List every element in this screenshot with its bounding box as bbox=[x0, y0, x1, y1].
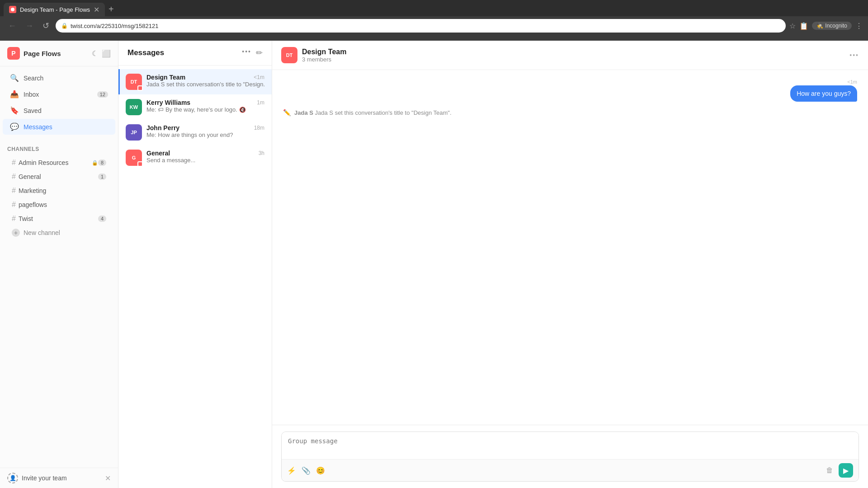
mute-icon-kerry: 🔇 bbox=[239, 107, 246, 113]
channel-twist[interactable]: # Twist 4 bbox=[7, 212, 111, 225]
hash-icon-twist: # bbox=[12, 215, 16, 223]
sidebar-item-search[interactable]: 🔍 Search bbox=[3, 70, 115, 86]
message-item-design-team[interactable]: DT Design Team <1m Jada S set this conve… bbox=[118, 69, 272, 94]
lock-icon: 🔒 bbox=[61, 23, 68, 29]
chat-members-count: 3 members bbox=[302, 56, 849, 63]
saved-label: Saved bbox=[24, 107, 42, 114]
channel-name-general: General bbox=[19, 173, 98, 180]
channel-pageflows[interactable]: # pageflows bbox=[7, 198, 111, 211]
message-item-john[interactable]: JP John Perry 18m Me: How are things on … bbox=[118, 120, 272, 145]
outgoing-message-text: How are you guys? bbox=[797, 90, 851, 97]
sidebar-item-saved[interactable]: 🔖 Saved bbox=[3, 103, 115, 118]
chat-messages: <1m How are you guys? ✏️ Jada S Jada S s… bbox=[272, 70, 868, 425]
lock-icon-admin: 🔒 bbox=[92, 160, 98, 166]
avatar-general-msg: G bbox=[126, 150, 142, 166]
message-sender-design-team: Design Team bbox=[146, 74, 252, 81]
chat-input-toolbar: ⚡ 📎 😊 🗑 ▶ bbox=[282, 459, 859, 481]
inbox-badge: 12 bbox=[97, 91, 108, 98]
new-channel-button[interactable]: + New channel bbox=[7, 226, 111, 239]
invite-label[interactable]: Invite your team bbox=[22, 474, 105, 482]
hash-icon-general: # bbox=[12, 173, 16, 181]
attachment-icon[interactable]: 📎 bbox=[302, 466, 311, 475]
message-time-general: 3h bbox=[259, 150, 264, 156]
messages-panel: Messages ••• ✏ DT Design Team <1m bbox=[118, 41, 272, 488]
active-tab[interactable]: Design Team - Page Flows ✕ bbox=[4, 3, 105, 16]
chat-input-box: ⚡ 📎 😊 🗑 ▶ bbox=[281, 432, 859, 482]
messages-header: Messages ••• ✏ bbox=[118, 41, 272, 66]
chat-header-dots[interactable]: ••• bbox=[849, 52, 859, 59]
emoji-icon[interactable]: 😊 bbox=[316, 466, 325, 475]
workspace-icon: P bbox=[7, 47, 20, 60]
tab-close-button[interactable]: ✕ bbox=[94, 5, 99, 14]
invite-close-button[interactable]: ✕ bbox=[105, 474, 111, 483]
channels-section: Channels # Admin Resources 🔒 8 # General… bbox=[0, 139, 118, 244]
twist-badge: 4 bbox=[98, 216, 106, 222]
chat-input-area: ⚡ 📎 😊 🗑 ▶ bbox=[272, 425, 868, 488]
message-sender-john: John Perry bbox=[146, 124, 252, 131]
bookmark-icon[interactable]: ☆ bbox=[789, 22, 796, 30]
message-preview-design-team: Jada S set this conversation's title to … bbox=[146, 81, 264, 88]
message-preview-general: Send a message... bbox=[146, 157, 264, 164]
outgoing-message-container: <1m How are you guys? bbox=[790, 79, 857, 102]
chat-main: DT Design Team 3 members ••• <1m How are… bbox=[272, 41, 868, 488]
system-actor: Jada S bbox=[294, 109, 313, 116]
message-item-kerry[interactable]: KW Kerry Williams 1m Me: 🏷 By the way, h… bbox=[118, 94, 272, 120]
inbox-icon: 📥 bbox=[10, 90, 19, 99]
reading-list-icon[interactable]: 📋 bbox=[799, 22, 808, 30]
message-time-kerry: 1m bbox=[257, 99, 264, 106]
channel-name-marketing: Marketing bbox=[19, 187, 106, 194]
incognito-badge: 🕵 Incognito bbox=[812, 22, 852, 30]
sidebar-item-messages[interactable]: 💬 Messages bbox=[3, 119, 115, 135]
messages-panel-title: Messages bbox=[127, 48, 242, 57]
channel-name-admin: Admin Resources bbox=[19, 159, 90, 166]
channels-label: Channels bbox=[7, 146, 111, 152]
system-message-text: Jada S Jada S set this conversation's ti… bbox=[294, 109, 452, 116]
incognito-icon: 🕵 bbox=[816, 23, 823, 29]
message-content-kerry: Kerry Williams 1m Me: 🏷 By the way, here… bbox=[146, 99, 264, 113]
chat-header-info: Design Team 3 members bbox=[302, 48, 849, 63]
message-preview-kerry: Me: 🏷 By the way, here's our logo. 🔇 bbox=[146, 106, 264, 113]
address-bar[interactable]: 🔒 twist.com/a/225310/msg/1582121 bbox=[56, 19, 786, 33]
hash-icon-pageflows: # bbox=[12, 201, 16, 209]
message-sender-general: General bbox=[146, 150, 257, 157]
avatar-kerry: KW bbox=[126, 99, 142, 115]
channel-marketing[interactable]: # Marketing bbox=[7, 184, 111, 197]
workspace-name: Page Flows bbox=[24, 50, 88, 57]
message-time-design-team: <1m bbox=[254, 74, 264, 80]
invite-team-section: 👤 Invite your team ✕ bbox=[0, 468, 118, 488]
address-text: twist.com/a/225310/msg/1582121 bbox=[71, 23, 158, 29]
hash-icon-marketing: # bbox=[12, 187, 16, 195]
chat-avatar: DT bbox=[281, 47, 297, 63]
admin-badge: 8 bbox=[98, 160, 106, 166]
avatar-john: JP bbox=[126, 124, 142, 141]
back-button[interactable]: ← bbox=[5, 20, 19, 32]
more-menu-icon[interactable]: ⋮ bbox=[855, 22, 863, 30]
new-tab-button[interactable]: + bbox=[105, 2, 118, 16]
message-list: DT Design Team <1m Jada S set this conve… bbox=[118, 66, 272, 488]
compose-icon[interactable]: ✏ bbox=[256, 48, 263, 58]
delete-icon[interactable]: 🗑 bbox=[826, 466, 833, 474]
messages-nav-label: Messages bbox=[24, 123, 52, 131]
channel-admin[interactable]: # Admin Resources 🔒 8 bbox=[7, 156, 111, 169]
channel-general[interactable]: # General 1 bbox=[7, 170, 111, 183]
search-icon: 🔍 bbox=[10, 74, 19, 82]
message-preview-john: Me: How are things on your end? bbox=[146, 131, 264, 138]
layout-icon[interactable]: ⬜ bbox=[102, 49, 111, 58]
message-item-general[interactable]: G General 3h Send a message... bbox=[118, 145, 272, 170]
chat-group-name: Design Team bbox=[302, 48, 849, 56]
sidebar: P Page Flows ☾ ⬜ 🔍 Search 📥 Inbox 12 🔖 S… bbox=[0, 41, 118, 488]
messages-header-actions: ••• ✏ bbox=[242, 48, 263, 58]
forward-button[interactable]: → bbox=[23, 20, 36, 32]
sidebar-item-inbox[interactable]: 📥 Inbox 12 bbox=[3, 86, 115, 102]
app: P Page Flows ☾ ⬜ 🔍 Search 📥 Inbox 12 🔖 S… bbox=[0, 41, 868, 488]
send-button[interactable]: ▶ bbox=[839, 463, 853, 478]
messages-dots-icon[interactable]: ••• bbox=[242, 48, 251, 58]
moon-icon[interactable]: ☾ bbox=[92, 49, 98, 58]
message-sender-kerry: Kerry Williams bbox=[146, 99, 255, 106]
message-content-john: John Perry 18m Me: How are things on you… bbox=[146, 124, 264, 138]
reload-button[interactable]: ↺ bbox=[40, 20, 52, 32]
avatar-icon bbox=[137, 85, 143, 91]
lightning-icon[interactable]: ⚡ bbox=[287, 466, 296, 475]
message-input[interactable] bbox=[282, 432, 859, 457]
search-label: Search bbox=[24, 75, 43, 82]
